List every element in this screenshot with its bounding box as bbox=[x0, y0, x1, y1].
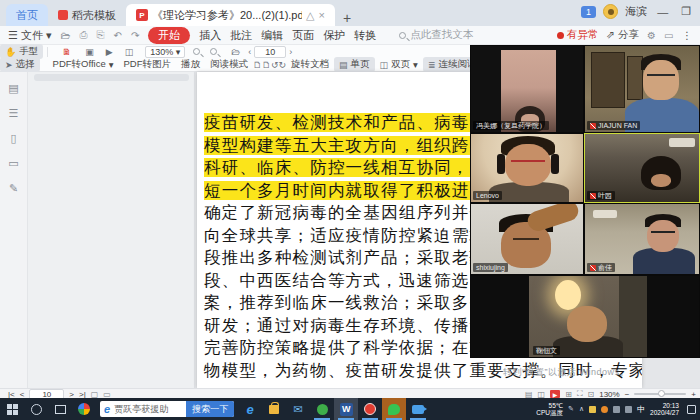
image-icon[interactable]: ▣ bbox=[85, 47, 94, 57]
tab-home[interactable]: 首页 bbox=[6, 4, 48, 26]
new-tab-button[interactable]: + bbox=[343, 10, 351, 26]
single-page-button[interactable]: ▤单页 bbox=[334, 57, 375, 72]
pdf-to-office-button[interactable]: PDF转Office ▾ bbox=[48, 57, 119, 72]
mail-button[interactable]: ✉ bbox=[286, 398, 310, 420]
print-icon[interactable]: ⎘ bbox=[97, 29, 105, 41]
zoom-slider-knob[interactable] bbox=[658, 390, 665, 397]
ribbon-tab-insert[interactable]: 插入 bbox=[199, 28, 221, 43]
redo-icon[interactable]: ↷ bbox=[131, 30, 139, 41]
comment-panel-icon[interactable]: ▭ bbox=[8, 157, 18, 170]
video-conference-panel[interactable]: 冯美娜（复旦药学院） JIAJUN FAN Lenovo 叶园 bbox=[470, 45, 700, 358]
zoom-slider[interactable] bbox=[634, 393, 686, 395]
participant-label: shixiujing bbox=[473, 263, 508, 272]
ribbon-tab-convert[interactable]: 转换 bbox=[354, 28, 376, 43]
mic-off-icon bbox=[590, 193, 596, 199]
zoom-in-icon[interactable] bbox=[210, 48, 217, 55]
video-tile[interactable]: 鞠佃文 bbox=[470, 275, 700, 358]
ribbon-tab-protect[interactable]: 保护 bbox=[323, 28, 345, 43]
green-app-button[interactable] bbox=[310, 398, 334, 420]
undo-icon[interactable]: ↶ bbox=[114, 30, 122, 41]
video-tile[interactable]: Lenovo bbox=[470, 133, 584, 203]
pen-workspace-icon[interactable]: ✎ bbox=[568, 405, 574, 413]
tray-expand-icon[interactable]: ∧ bbox=[579, 405, 584, 413]
tray-icon-folder[interactable] bbox=[589, 406, 596, 413]
avatar[interactable] bbox=[603, 4, 618, 19]
windows-logo-icon bbox=[7, 404, 18, 415]
pdf-convert-icon[interactable]: 🗎 bbox=[62, 47, 71, 57]
tab-bar: 首页 稻壳模板 P 《理论学习参考》20...(2)(1).pdf △ × + … bbox=[0, 0, 700, 26]
wps-app-button[interactable]: W bbox=[334, 398, 358, 420]
open-icon[interactable]: 🗁 bbox=[61, 30, 71, 41]
ribbon-tab-start[interactable]: 开始 bbox=[148, 27, 190, 44]
video-tile-active-speaker[interactable]: 叶园 bbox=[584, 133, 700, 203]
close-tab-icon[interactable]: × bbox=[318, 9, 324, 21]
minimize-button[interactable]: — bbox=[654, 6, 671, 18]
slideshow-play-button[interactable]: ▶ bbox=[550, 390, 560, 398]
more-menu-icon[interactable]: ⋮ bbox=[682, 29, 693, 41]
play-button[interactable]: 播放 bbox=[176, 57, 205, 72]
outline-panel-icon[interactable]: ☰ bbox=[9, 107, 19, 120]
edge-icon: e bbox=[247, 402, 254, 417]
navigation-panel[interactable] bbox=[28, 72, 195, 388]
rotate-doc-button[interactable]: 旋转文档 bbox=[286, 57, 334, 72]
red-app-button[interactable] bbox=[358, 398, 382, 420]
ribbon-tab-edit[interactable]: 编辑 bbox=[261, 28, 283, 43]
rotate-right-icon[interactable]: ↻ bbox=[279, 60, 287, 70]
video-tile[interactable]: 冯美娜（复旦药学院） bbox=[470, 45, 584, 133]
video-tile[interactable]: shixiujing bbox=[470, 203, 584, 275]
zoom-select[interactable]: 130% ▾ bbox=[145, 46, 185, 58]
thumbnail-panel-icon[interactable]: ▤ bbox=[8, 82, 18, 95]
page-icon-2[interactable]: 🗋 bbox=[262, 60, 271, 70]
tab-document[interactable]: P 《理论学习参考》20...(2)(1).pdf △ × bbox=[126, 4, 335, 26]
rotate-left-icon[interactable]: ↺ bbox=[271, 60, 279, 70]
double-page-button[interactable]: ◫双页 ▾ bbox=[375, 57, 423, 72]
message-count-badge[interactable]: 1 bbox=[581, 6, 596, 18]
pinwheel-app-button[interactable] bbox=[72, 398, 96, 420]
page-icon-1[interactable]: 🗋 bbox=[253, 60, 262, 70]
find-text-box[interactable]: 点此查找文本 bbox=[399, 28, 473, 42]
search-button[interactable]: 搜索一下 bbox=[186, 401, 234, 417]
task-view-button[interactable] bbox=[48, 398, 72, 420]
play-circle-icon[interactable]: ▶ bbox=[106, 47, 113, 57]
windows-taskbar: e 贾跃亭获援助 搜索一下 e ✉ W 55℃ CPU温度 ✎ ∧ 中 20:1… bbox=[0, 398, 700, 420]
taskbar-search-box[interactable]: e 贾跃亭获援助 搜索一下 bbox=[100, 401, 234, 417]
cortana-button[interactable] bbox=[24, 398, 48, 420]
ime-indicator[interactable]: 中 bbox=[637, 404, 645, 415]
pdf-to-image-button[interactable]: PDF转图片 bbox=[118, 57, 176, 72]
settings-gear-icon[interactable]: ⚙ bbox=[647, 30, 656, 41]
meeting-app-button[interactable] bbox=[406, 398, 430, 420]
read-mode-icon[interactable]: ◫ bbox=[125, 47, 134, 57]
video-tile[interactable]: JIAJUN FAN bbox=[584, 45, 700, 133]
sync-status[interactable]: 有异常 bbox=[557, 28, 599, 42]
ribbon-tab-comment[interactable]: 批注 bbox=[230, 28, 252, 43]
warning-icon: △ bbox=[306, 9, 314, 22]
restore-button[interactable]: ❐ bbox=[678, 5, 694, 18]
notification-center-icon[interactable] bbox=[687, 405, 696, 414]
taskbar-clock[interactable]: 20:13 2020/4/27 bbox=[650, 402, 679, 417]
file-menu[interactable]: ☰ 文件 ▾ bbox=[8, 28, 52, 43]
prev-page-arrow[interactable]: ‹ bbox=[248, 47, 251, 57]
tray-icon-network[interactable] bbox=[613, 406, 620, 413]
w-app-icon: W bbox=[340, 403, 353, 416]
search-icon bbox=[399, 32, 406, 39]
select-tool-button[interactable]: ➤ 选择 bbox=[0, 57, 40, 72]
comment-bubble-icon[interactable]: ▭ bbox=[664, 30, 673, 41]
video-tile[interactable]: 俞佳 bbox=[584, 203, 700, 275]
tab-docker-templates[interactable]: 稻壳模板 bbox=[48, 4, 126, 26]
edge-browser-button[interactable]: e bbox=[238, 398, 262, 420]
page-number-input[interactable]: 10 bbox=[254, 46, 286, 58]
tray-icon-volume[interactable] bbox=[625, 406, 632, 413]
tray-icon-orange[interactable] bbox=[601, 406, 608, 413]
store-button[interactable] bbox=[262, 398, 286, 420]
share-button[interactable]: ⇗ 分享 bbox=[606, 28, 639, 42]
wechat-button[interactable] bbox=[382, 398, 406, 420]
attachment-panel-icon[interactable]: ✎ bbox=[9, 182, 18, 195]
save-icon[interactable]: ⎙ bbox=[80, 29, 88, 41]
ribbon-tab-page[interactable]: 页面 bbox=[292, 28, 314, 43]
open-file-icon[interactable]: 🗁 bbox=[231, 47, 240, 57]
read-mode-button[interactable]: 阅读模式 bbox=[205, 57, 253, 72]
next-page-arrow[interactable]: › bbox=[289, 47, 292, 57]
bookmark-panel-icon[interactable]: ▯ bbox=[10, 132, 16, 145]
start-button[interactable] bbox=[0, 398, 24, 420]
zoom-out-icon[interactable] bbox=[193, 48, 200, 55]
